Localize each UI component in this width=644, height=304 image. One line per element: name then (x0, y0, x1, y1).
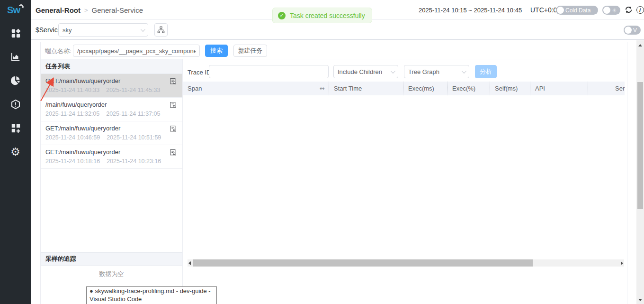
skywalking-logo[interactable]: Sw (0, 0, 31, 20)
success-check-icon: ✓ (278, 12, 286, 19)
task-times: 2025-11-24 11:32:05 2025-11-24 11:37:05 (45, 111, 178, 117)
list-search-icon (170, 78, 177, 85)
analyze-button[interactable]: 分析 (475, 65, 497, 78)
grid-diamond-icon (10, 28, 21, 38)
task-list-title: 任务列表 (41, 59, 182, 74)
sidebar-item-general-service[interactable] (0, 45, 31, 69)
view-task-logs-button[interactable] (170, 78, 177, 86)
task-end-time: 2025-11-24 11:37:05 (106, 111, 160, 117)
version-toggle[interactable]: V (624, 26, 641, 35)
theme-toggle[interactable]: ☀ (602, 6, 620, 15)
task-list-item[interactable]: GET:/main/fuwu/queryorder 2025-11-24 10:… (41, 145, 182, 169)
refresh-icon (625, 6, 633, 14)
hexagon-alert-icon (10, 99, 21, 110)
sun-icon: ☀ (612, 7, 617, 14)
sidebar: Sw (0, 0, 31, 304)
column-service: Service (588, 82, 625, 95)
cold-data-label: Cold Data (565, 7, 590, 14)
info-icon: i (636, 6, 644, 14)
sidebar-item-dashboards[interactable] (0, 21, 31, 45)
toggle-knob (557, 7, 564, 14)
info-button[interactable]: i (635, 5, 644, 14)
toggle-knob (603, 7, 610, 14)
topology-icon (157, 26, 165, 34)
cold-data-toggle[interactable]: Cold Data (556, 6, 598, 15)
task-end-time: 2025-11-24 11:45:33 (106, 87, 160, 93)
task-list-item[interactable]: /main/fuwu/queryorder 2025-11-24 11:32:0… (41, 98, 182, 121)
horizontal-scrollbar[interactable] (188, 259, 624, 267)
sidebar-item-new-dashboard[interactable] (0, 116, 31, 140)
vertical-scrollbar-thumb[interactable] (637, 82, 643, 209)
new-task-button[interactable]: 新建任务 (233, 45, 267, 57)
column-start-time: Start Time (329, 82, 403, 95)
view-task-logs-button[interactable] (170, 101, 177, 110)
column-exec-pct: Exec(%) (447, 82, 490, 95)
service-label: $Service (36, 26, 61, 34)
task-start-time: 2025-11-24 10:46:59 (45, 134, 100, 141)
view-task-logs-button[interactable] (170, 149, 177, 157)
task-list-panel: 任务列表 GET:/main/fuwu/queryorder 2025-11-2… (41, 59, 183, 304)
chevron-down-icon (141, 27, 145, 32)
bar-chart-icon (10, 52, 21, 62)
time-range-picker[interactable]: 2025-11-24 10:15 ~ 2025-11-24 10:45 (419, 7, 522, 14)
service-select[interactable]: sky (58, 23, 148, 37)
task-name: GET:/main/fuwu/queryorder (45, 148, 178, 156)
list-search-icon (170, 125, 177, 132)
logo-swoosh-icon (18, 3, 24, 9)
column-label: Span (188, 85, 202, 92)
scroll-up-arrow-icon[interactable] (638, 44, 642, 46)
search-button[interactable]: 搜索 (205, 45, 228, 57)
scroll-right-arrow-icon[interactable] (621, 261, 623, 265)
column-exec-ms: Exec(ms) (403, 82, 447, 95)
vertical-scrollbar[interactable] (636, 40, 644, 304)
toast-notification: ✓ Task created successfully (272, 8, 372, 23)
task-list-item[interactable]: GET:/main/fuwu/queryorder 2025-11-24 11:… (41, 74, 182, 98)
task-times: 2025-11-24 10:18:16 2025-11-24 10:23:16 (45, 158, 178, 165)
profiling-panel: 端点名称: 搜索 新建任务 任务列表 GET:/main/fuwu/queryo… (40, 42, 627, 304)
task-end-time: 2025-11-24 10:23:16 (107, 158, 161, 165)
task-start-time: 2025-11-24 11:32:05 (45, 111, 99, 117)
gear-icon: ⚙ (10, 147, 20, 157)
trace-id-label: Trace ID (188, 69, 211, 76)
sidebar-item-alerting[interactable] (0, 92, 31, 116)
endpoint-name-label: 端点名称: (45, 47, 72, 55)
utc-offset[interactable]: UTC+0:0 (530, 6, 557, 14)
column-resize-icon[interactable]: ↔ (320, 82, 325, 95)
column-self-ms: Self(ms) (490, 82, 530, 95)
breadcrumb-current: General-Service (92, 6, 143, 14)
graph-type-value: Tree Graph (408, 68, 439, 75)
task-times: 2025-11-24 10:46:59 2025-11-24 10:51:59 (45, 134, 178, 141)
trace-id-input[interactable] (209, 65, 329, 78)
span-table-header: Span ↔ Start Time Exec(ms) Exec(%) Self(… (183, 82, 625, 95)
include-children-select[interactable]: Include Children (333, 65, 398, 78)
view-task-logs-button[interactable] (170, 125, 177, 134)
sidebar-item-settings[interactable]: ⚙ (0, 140, 31, 164)
skywalking-app: Sw (0, 0, 644, 304)
task-name: GET:/main/fuwu/queryorder (45, 77, 178, 84)
toast-message: Task created successfully (290, 12, 365, 19)
service-select-value: sky (63, 27, 72, 34)
task-times: 2025-11-24 11:40:33 2025-11-24 11:45:33 (45, 87, 178, 93)
horizontal-scrollbar-thumb[interactable] (193, 259, 533, 267)
add-widget-icon (10, 123, 21, 133)
sidebar-item-database[interactable] (0, 69, 31, 92)
breadcrumb: General-Root > General-Service (36, 0, 143, 20)
endpoint-search-row: 端点名称: 搜索 新建任务 (41, 42, 627, 59)
column-api: API (530, 82, 588, 95)
list-search-icon (170, 149, 177, 156)
column-span: Span ↔ (183, 82, 329, 95)
chevron-down-icon (462, 69, 466, 74)
topology-button[interactable] (154, 23, 168, 37)
endpoint-name-input[interactable] (73, 45, 200, 57)
scroll-down-arrow-icon[interactable] (638, 299, 642, 301)
task-start-time: 2025-11-24 10:18:16 (45, 158, 100, 165)
scroll-left-arrow-icon[interactable] (188, 261, 191, 265)
analysis-panel: Trace ID Include Children Tree Graph 分析 … (183, 59, 627, 304)
graph-type-select[interactable]: Tree Graph (404, 65, 469, 78)
include-children-value: Include Children (338, 68, 382, 75)
breadcrumb-root[interactable]: General-Root (36, 6, 80, 14)
sampled-traces-title: 采样的追踪 (41, 252, 182, 266)
task-list-item[interactable]: GET:/main/fuwu/queryorder 2025-11-24 10:… (41, 121, 182, 145)
empty-data-text: 数据为空 (41, 270, 182, 278)
refresh-button[interactable] (624, 5, 633, 14)
